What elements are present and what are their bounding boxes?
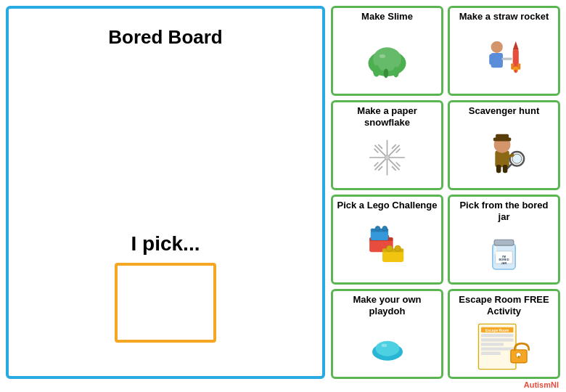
svg-line-23 (378, 166, 382, 171)
svg-rect-53 (494, 240, 514, 245)
card-image-scavenger-hunt (453, 119, 555, 185)
svg-rect-14 (501, 58, 512, 60)
card-image-escape-room: Escape Room (453, 319, 555, 374)
i-pick-label: I pick... (131, 232, 200, 256)
svg-point-5 (380, 54, 385, 58)
svg-line-24 (392, 166, 396, 171)
svg-rect-30 (495, 151, 509, 168)
activity-grid: Make Slime Make a straw rocket (331, 6, 560, 379)
card-title-bored-jar: Pick from the bored jar (453, 200, 555, 222)
svg-point-4 (384, 69, 389, 78)
card-scavenger-hunt[interactable]: Scavenger hunt (448, 100, 560, 190)
svg-rect-73 (517, 356, 520, 359)
svg-point-62 (381, 343, 387, 347)
card-image-make-slime (336, 25, 438, 91)
svg-marker-11 (513, 41, 519, 50)
svg-point-29 (385, 155, 390, 160)
card-title-escape-room: Escape Room FREE Activity (453, 294, 555, 317)
svg-line-28 (396, 163, 401, 167)
card-playdoh[interactable]: Make your own playdoh (331, 289, 443, 379)
svg-rect-67 (481, 338, 513, 341)
svg-point-6 (491, 41, 503, 53)
svg-point-51 (382, 226, 387, 231)
card-bored-jar[interactable]: Pick from the bored jar I'M BORED JAR (448, 195, 560, 285)
svg-line-25 (374, 149, 379, 153)
svg-text:Escape Room: Escape Room (485, 329, 509, 332)
svg-point-50 (375, 226, 380, 231)
card-straw-rocket[interactable]: Make a straw rocket (448, 6, 560, 96)
card-paper-snowflake[interactable]: Make a paper snowflake (331, 100, 443, 190)
footer-brand-text: Autism (524, 380, 551, 389)
footer-brand-accent: NI (551, 380, 559, 389)
card-make-slime[interactable]: Make Slime (331, 6, 443, 96)
board-title: Bored Board (108, 26, 222, 49)
svg-point-61 (380, 340, 395, 351)
card-title-lego: Pick a Lego Challenge (337, 200, 438, 211)
svg-point-3 (393, 67, 399, 78)
card-image-paper-snowflake (336, 130, 438, 185)
main-container: Bored Board I pick... Make Slime (0, 0, 566, 385)
svg-rect-70 (481, 351, 501, 354)
svg-rect-69 (481, 347, 513, 350)
svg-point-46 (387, 245, 393, 251)
card-lego-challenge[interactable]: Pick a Lego Challenge (331, 195, 443, 285)
svg-line-37 (509, 155, 513, 157)
svg-rect-8 (489, 54, 494, 65)
svg-rect-39 (503, 165, 508, 173)
svg-point-47 (395, 245, 401, 251)
svg-rect-66 (481, 333, 513, 336)
left-panel: Bored Board I pick... (6, 6, 325, 379)
card-title-scavenger-hunt: Scavenger hunt (469, 105, 540, 117)
svg-rect-33 (496, 134, 509, 139)
svg-line-27 (396, 149, 401, 153)
svg-point-2 (373, 65, 380, 77)
card-title-straw-rocket: Make a straw rocket (459, 11, 549, 23)
svg-line-26 (374, 163, 379, 167)
svg-rect-58 (494, 245, 496, 254)
card-image-bored-jar: I'M BORED JAR (453, 224, 555, 279)
card-image-lego (336, 213, 438, 279)
card-title-make-slime: Make Slime (361, 11, 413, 23)
card-title-playdoh: Make your own playdoh (336, 294, 438, 317)
footer-brand: AutismNI (524, 380, 559, 389)
svg-rect-38 (496, 165, 501, 173)
svg-text:JAR: JAR (501, 261, 507, 265)
svg-point-16 (514, 70, 517, 73)
card-escape-room[interactable]: Escape Room FREE Activity Escape Room (448, 289, 560, 379)
svg-line-22 (392, 144, 396, 149)
card-title-paper-snowflake: Make a paper snowflake (336, 105, 438, 128)
card-image-straw-rocket (453, 25, 555, 91)
svg-rect-68 (481, 343, 504, 346)
pick-selection-box (115, 263, 216, 343)
card-image-playdoh (336, 319, 438, 374)
svg-line-21 (378, 144, 382, 149)
